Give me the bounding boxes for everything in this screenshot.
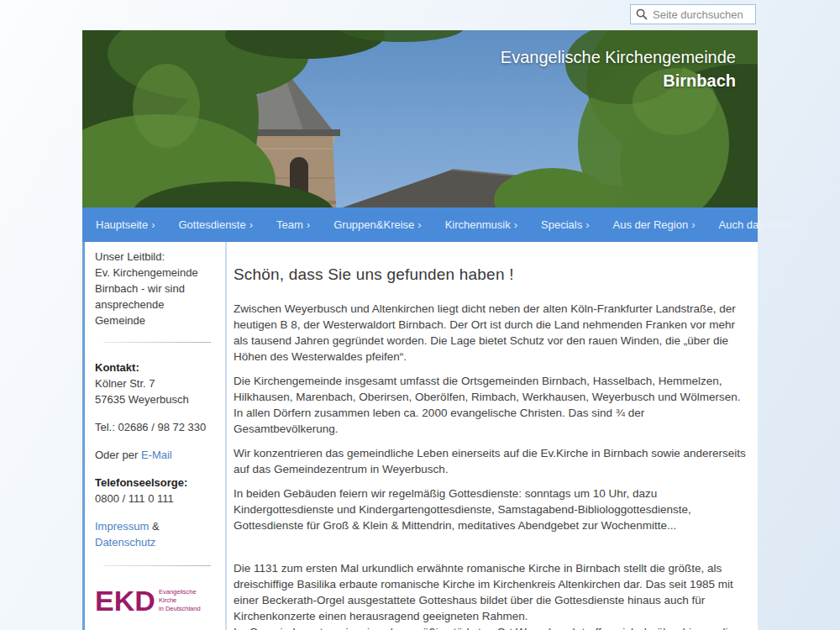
chevron-right-icon: › [795,218,798,231]
sidebar: Unser Leitbild: Ev. Kirchengemeinde Birn… [82,242,227,630]
email-link[interactable]: E-Mail [141,449,172,461]
nav-item-team[interactable]: Team› [265,218,322,231]
chevron-right-icon: › [691,218,695,231]
email-line: Oder per E-Mail [95,447,217,463]
gottesdienste-paragraph: In beiden Gebäuden feiern wir regelmäßig… [234,486,746,533]
seelsorge-block: Telefonseelsorge: 0800 / 111 0 111 [95,475,217,507]
nav-label: Team [276,218,303,231]
nav-label: Hauptseite [96,218,148,231]
kirche-paragraph-part2: Im Gemeindezentrum im einwohnermäßig stä… [234,626,734,630]
divider [103,565,211,566]
kontakt-block: Kontakt: Kölner Str. 7 57635 Weyerbusch [95,360,217,407]
datenschutz-link[interactable]: Datenschutz [95,536,155,549]
search-icon [636,8,648,20]
chevron-right-icon: › [585,218,589,231]
konzentration-paragraph: Wir konzentrieren das gemeindliche Leben… [234,445,746,477]
nav-label: Specials [541,218,582,231]
nav-label: Kirchenmusik [445,218,511,231]
nav-item-specials[interactable]: Specials› [529,218,601,231]
site-title-line2: Birnbach [501,71,736,91]
seelsorge-number: 0800 / 111 0 111 [95,491,217,507]
site-title-line1: Evangelische Kirchengemeinde [501,47,736,67]
chevron-right-icon: › [151,218,155,231]
gemeinde-paragraph: Die Kirchengemeinde insgesamt umfasst di… [234,373,746,437]
page-title: Schön, dass Sie uns gefunden haben ! [234,265,746,284]
address-line1: Kölner Str. 7 [95,375,217,391]
phone-line: Tel.: 02686 / 98 72 330 [95,419,217,435]
chevron-right-icon: › [307,218,310,231]
legal-links: Impressum & Datenschutz [95,518,217,550]
leitbild-text: Ev. Kirchengemeinde Birnbach - wir sind … [95,265,217,328]
nav-item-kirchenmusik[interactable]: Kirchenmusik› [433,218,529,231]
nav-item-hauptseite[interactable]: Hauptseite› [84,218,167,231]
nav-item-gruppen-kreise[interactable]: Gruppen&Kreise› [322,218,433,231]
seelsorge-label: Telefonseelsorge: [95,475,217,491]
nav-item-aus-der-region[interactable]: Aus der Region› [601,218,707,231]
ekd-caption-line3: in Deutschland [159,605,201,612]
page-column: Evangelische Kirchengemeinde Birnbach Ha… [82,0,758,630]
chevron-right-icon: › [417,218,421,231]
nav-item-auch-das-noch[interactable]: Auch das noch› [707,218,810,231]
ekd-caption-line1: Evangelische [159,588,197,596]
header-image: Evangelische Kirchengemeinde Birnbach [82,30,758,207]
ampersand: & [149,520,159,533]
leitbild-block: Unser Leitbild: Ev. Kirchengemeinde Birn… [95,249,217,328]
nav-label: Aus der Region [613,218,689,231]
nav-label: Gottesdienste [179,218,246,231]
ekd-caption-line2: Kirche [159,596,176,604]
chevron-right-icon: › [249,218,253,231]
leitbild-label: Unser Leitbild: [95,249,217,265]
chevron-right-icon: › [514,218,517,231]
divider [103,342,211,343]
site-title: Evangelische Kirchengemeinde Birnbach [501,47,736,91]
address-line2: 57635 Weyerbusch [95,391,217,407]
impressum-link[interactable]: Impressum [95,520,149,533]
main-nav: Hauptseite› Gottesdienste› Team› Gruppen… [82,207,758,242]
kirche-paragraph-part1: Die 1131 zum ersten Mal urkundlich erwäh… [234,562,733,622]
top-bar [82,0,758,30]
ekd-logo[interactable]: EKD Evangelische Kirche in Deutschland [95,583,217,622]
search-input[interactable] [651,8,750,22]
content-area: Unser Leitbild: Ev. Kirchengemeinde Birn… [82,242,758,630]
nav-label: Auch das noch [719,218,791,231]
email-prefix: Oder per [95,449,141,461]
intro-paragraph: Zwischen Weyerbusch und Altenkirchen lie… [234,301,746,365]
site-search[interactable] [630,4,756,24]
ekd-logo-text: EKD [95,585,155,617]
kontakt-label: Kontakt: [95,360,217,375]
nav-item-gottesdienste[interactable]: Gottesdienste› [167,218,265,231]
kirche-paragraph: Die 1131 zum ersten Mal urkundlich erwäh… [234,560,746,630]
main-content: Schön, dass Sie uns gefunden haben ! Zwi… [227,242,758,630]
nav-label: Gruppen&Kreise [333,218,414,231]
